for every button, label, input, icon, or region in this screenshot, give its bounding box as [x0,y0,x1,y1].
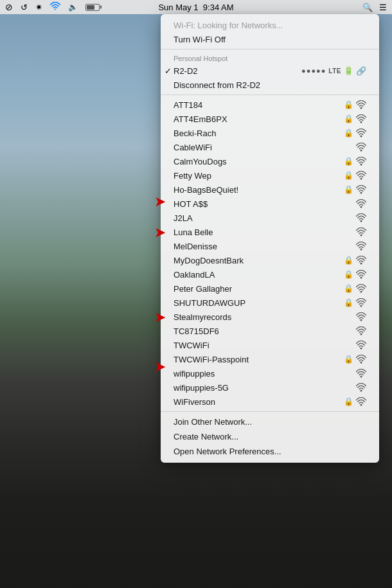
svg-point-4 [361,164,362,166]
svg-point-3 [361,150,362,152]
network-name: wifipuppies [174,369,215,379]
network-icons: 🔒 [344,298,366,307]
svg-point-18 [361,362,362,364]
network-icons: 🔒 [344,129,366,138]
network-icons [356,383,366,392]
network-item[interactable]: Luna Belle [161,225,379,239]
network-item[interactable]: Becki-Rach🔒 [161,126,379,140]
lte-badge: LTE [328,67,341,75]
network-item[interactable]: WiFiverson🔒 [161,395,379,409]
network-name: ATT4EmB6PX [174,114,227,124]
action-item-0[interactable]: Join Other Network... [161,414,379,429]
network-name: MyDogDoesntBark [174,256,244,265]
svg-point-8 [361,220,362,222]
lock-icon: 🔒 [344,157,353,166]
network-icons: 🔒 [344,185,366,194]
action-item-2[interactable]: Open Network Preferences... [161,444,379,459]
connected-network-r2d2[interactable]: ✓ R2-D2 ●●●●● LTE 🔋 🔗 [161,64,379,78]
battery-icon[interactable] [85,4,100,11]
network-icons: 🔒 [344,100,366,109]
network-icons: 🔒 [344,157,366,166]
network-name: TC8715DF6 [174,326,219,336]
network-icons: 🔒 [344,397,366,406]
network-item[interactable]: HOT A$$ [161,197,379,211]
wifi-status: Wi-Fi: Looking for Networks... [161,18,379,32]
separator-3 [161,411,379,412]
volume-icon[interactable]: 🔈 [68,3,78,12]
check-mark: ✓ [165,66,172,76]
do-not-disturb-icon[interactable]: ⊘ [5,2,13,12]
network-item[interactable]: CableWiFi [161,140,379,154]
battery-small-icon: 🔋 [344,66,353,75]
lock-icon: 🔒 [344,298,353,307]
svg-point-19 [361,376,362,378]
network-name: SHUTURDAWGUP [174,298,245,308]
lock-icon: 🔒 [344,100,353,109]
network-icons: 🔒 [344,256,366,265]
menubar-right-icons: 🔍 ☰ [362,3,387,12]
network-name: Fetty Wep [174,171,211,181]
network-item[interactable]: Stealmyrecords [161,310,379,324]
network-icons: 🔒 [344,114,366,123]
action-item-1[interactable]: Create Network... [161,429,379,444]
network-item[interactable]: TC8715DF6 [161,324,379,338]
svg-point-11 [361,263,362,265]
wifi-menubar-icon[interactable] [50,2,60,13]
network-name: OaklandLA [174,270,215,280]
link-icon: 🔗 [356,66,366,76]
bluetooth-icon[interactable]: ✴ [35,3,42,12]
network-icons [356,341,366,350]
network-item[interactable]: wifipuppies [161,366,379,380]
signal-dots: ●●●●● [301,67,326,75]
lock-icon: 🔒 [344,355,353,364]
network-item[interactable]: MyDogDoesntBark🔒 [161,253,379,267]
lock-icon: 🔒 [344,397,353,406]
svg-point-5 [361,178,362,180]
disconnect-r2d2[interactable]: Disconnect from R2-D2 [161,78,379,92]
network-item[interactable]: wifipuppies-5G [161,380,379,395]
hamburger-icon[interactable]: ☰ [379,3,387,12]
network-name: Luna Belle [174,227,213,237]
network-item[interactable]: ATT4EmB6PX🔒 [161,112,379,126]
network-item[interactable]: MelDenisse [161,239,379,253]
network-name: CableWiFi [174,143,212,152]
network-item[interactable]: SHUTURDAWGUP🔒 [161,296,379,310]
network-icons: 🔒 [344,270,366,279]
menubar: ⊘ ↺ ✴ 🔈 Sun May 1 9:34 AM 🔍 ☰ [0,0,392,14]
separator-1 [161,49,379,49]
network-name: wifipuppies-5G [174,383,229,393]
network-icons: 🔒 [344,171,366,180]
network-item[interactable]: Ho-BagsBeQuiet!🔒 [161,183,379,197]
svg-point-9 [361,235,362,236]
network-name: Ho-BagsBeQuiet! [174,185,238,195]
svg-point-20 [361,390,362,392]
network-icons [356,369,366,378]
network-name: MelDenisse [174,242,217,251]
lock-icon: 🔒 [344,256,353,265]
network-item[interactable]: J2LA [161,211,379,225]
network-icons [356,199,366,208]
network-item[interactable]: Peter Gallagher🔒 [161,281,379,296]
network-item[interactable]: TWCWiFi-Passpoint🔒 [161,352,379,366]
network-item[interactable]: OaklandLA🔒 [161,267,379,281]
network-item[interactable]: ATT184🔒 [161,98,379,112]
network-name: J2LA [174,213,193,223]
network-item[interactable]: CalmYouDogs🔒 [161,154,379,168]
time-machine-icon[interactable]: ↺ [21,3,28,12]
network-item[interactable]: Fetty Wep🔒 [161,168,379,183]
network-icons [356,242,366,251]
search-icon[interactable]: 🔍 [362,3,373,12]
separator-2 [161,94,379,95]
svg-point-15 [361,319,362,321]
network-icons: 🔒 [344,284,366,293]
turn-wifi-off[interactable]: Turn Wi-Fi Off [161,32,379,46]
svg-point-1 [361,121,362,123]
network-icons [356,312,366,321]
svg-point-17 [361,348,362,350]
svg-point-14 [361,305,362,307]
svg-point-12 [361,277,362,279]
network-icons: 🔒 [344,355,366,364]
svg-point-21 [361,404,362,406]
network-item[interactable]: TWCWiFi [161,338,379,352]
lock-icon: 🔒 [344,129,353,138]
